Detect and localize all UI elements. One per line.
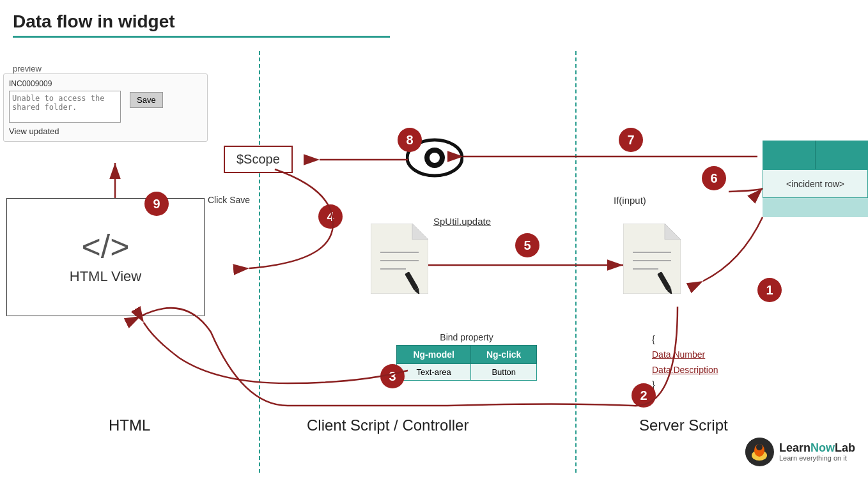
badge-6: 6 — [702, 166, 726, 190]
svg-marker-11 — [665, 224, 681, 240]
table-cell-textarea: Text-area — [397, 364, 471, 381]
title-underline — [13, 36, 390, 38]
section-html: HTML — [109, 416, 150, 434]
data-description-link: Data.Description — [652, 365, 718, 375]
preview-textarea[interactable] — [9, 91, 121, 123]
badge-8: 8 — [398, 128, 422, 152]
click-save-label: Click Save — [208, 195, 250, 205]
badge-2: 2 — [632, 383, 656, 408]
badge-4: 4 — [318, 204, 343, 229]
server-script-doc — [623, 224, 681, 296]
scope-box: $Scope — [224, 146, 293, 173]
client-script-doc — [371, 224, 428, 296]
table-header-ngmodel: Ng-model — [397, 346, 471, 364]
preview-label: preview — [13, 64, 42, 73]
ifinput-label: If(input) — [614, 195, 646, 206]
badge-7: 7 — [619, 128, 643, 152]
sputil-label: SpUtil.update — [433, 216, 491, 227]
incident-row-box: <incident row> — [763, 169, 868, 198]
badge-5: 5 — [515, 233, 539, 257]
logo-icon — [745, 438, 774, 466]
html-view-text: HTML View — [70, 268, 141, 285]
logo-text: LearnNowLab Learn everything on it — [779, 442, 855, 462]
data-number-link: Data.Number — [652, 349, 705, 360]
page-title: Data flow in widget — [0, 0, 868, 36]
incident-row-highlighted — [763, 198, 868, 217]
preview-box: INC0009009 Save View updated — [3, 73, 208, 142]
html-view-box: </> HTML View — [6, 198, 205, 316]
table-cell-button: Button — [471, 364, 537, 381]
server-code: { Data.Number Data.Description } — [652, 332, 718, 393]
svg-point-2 — [430, 153, 440, 163]
badge-9: 9 — [144, 192, 169, 216]
bind-property-table: Bind property Ng-model Ng-click Text-are… — [396, 332, 537, 381]
table-header-ngclick: Ng-click — [471, 346, 537, 364]
incident-col-header — [763, 141, 868, 169]
section-client: Client Script / Controller — [307, 416, 469, 434]
bind-property-label: Bind property — [396, 332, 537, 342]
badge-1: 1 — [757, 278, 782, 302]
logo-area: LearnNowLab Learn everything on it — [745, 438, 855, 466]
inc-label: INC0009009 — [9, 79, 202, 88]
diagram-area: preview INC0009009 Save View updated </>… — [0, 51, 868, 473]
save-button[interactable]: Save — [130, 92, 163, 108]
table-row: Text-area Button — [397, 364, 537, 381]
html-view-icon: </> — [81, 230, 129, 263]
dashed-line-1 — [259, 51, 260, 473]
svg-point-22 — [756, 444, 763, 450]
section-server: Server Script — [639, 416, 728, 434]
svg-marker-4 — [412, 224, 428, 240]
badge-3: 3 — [380, 364, 405, 388]
dashed-line-2 — [575, 51, 577, 473]
view-updated: View updated — [9, 126, 202, 136]
